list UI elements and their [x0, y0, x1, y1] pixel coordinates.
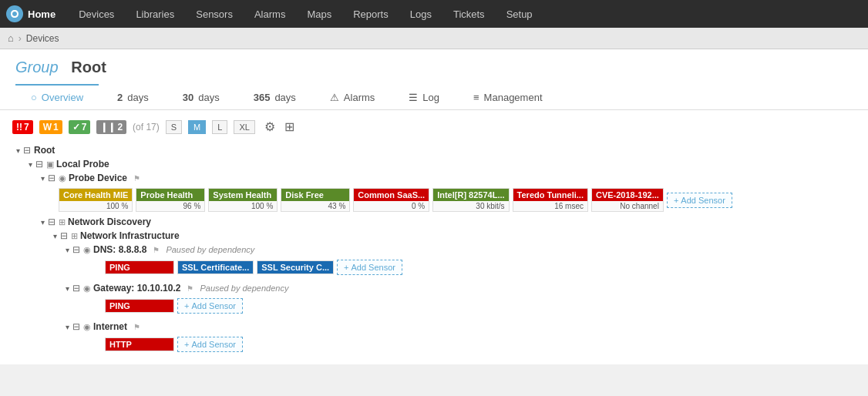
overview-icon: ○	[31, 92, 37, 103]
sensor-dns-ping[interactable]: PING	[105, 260, 174, 274]
logo[interactable]: Home	[6, 5, 56, 22]
add-sensor-gateway-button[interactable]: + Add Sensor	[177, 298, 243, 314]
probe-device-icon: ⊟	[48, 173, 56, 183]
probe-type-icon: ▣	[46, 159, 54, 169]
page-header: Group Root ○ Overview 2 days 30 days 365…	[0, 49, 868, 110]
sensor-core-health[interactable]: Core Health MIE 100 %	[59, 188, 133, 212]
internet-toggle[interactable]: ▾	[62, 323, 72, 331]
nav-alarms[interactable]: Alarms	[244, 0, 296, 28]
management-icon: ≡	[473, 92, 479, 103]
sensor-probe-health[interactable]: Probe Health 96 %	[136, 188, 205, 212]
home-breadcrumb-icon[interactable]: ⌂	[8, 32, 14, 44]
warning-badge: W 1	[39, 120, 62, 134]
gateway-toggle[interactable]: ▾	[62, 284, 72, 293]
size-s-button[interactable]: S	[166, 120, 182, 134]
logo-icon	[6, 5, 23, 22]
add-sensor-dns-button[interactable]: + Add Sensor	[337, 260, 402, 275]
grid-icon[interactable]: ⊞	[284, 119, 294, 134]
internet-sensors-row: HTTP + Add Sensor	[105, 334, 856, 355]
dns-row: ▾ ⊟ ◉ DNS: 8.8.8.8 ⚑ Paused by dependenc…	[62, 243, 856, 257]
probe-sensors-row: Core Health MIE 100 % Probe Health 96 % …	[59, 185, 856, 215]
sensor-ssl-cert[interactable]: SSL Certificate...	[177, 260, 254, 274]
probe-device-row: ▾ ⊟ ◉ Probe Device ⚑	[37, 171, 856, 185]
probe-icon: ⊟	[35, 159, 43, 169]
sensor-probe-health-value: 96 %	[136, 201, 204, 211]
gateway-label[interactable]: Gateway: 10.10.10.2	[93, 283, 180, 294]
tab-2days[interactable]: 2 days	[102, 84, 164, 109]
gateway-flag-icon: ⚑	[187, 284, 193, 293]
probe-device-label[interactable]: Probe Device	[69, 173, 127, 183]
dns-toggle[interactable]: ▾	[62, 246, 72, 254]
add-sensor-dns-plus-icon: +	[344, 263, 348, 272]
alarms-icon: ⚠	[330, 92, 339, 103]
tab-365days[interactable]: 365 days	[238, 84, 311, 109]
tab-30days[interactable]: 30 days	[167, 84, 235, 109]
nav-tickets[interactable]: Tickets	[442, 0, 496, 28]
sensor-probe-health-name: Probe Health	[136, 189, 204, 201]
tab-overview[interactable]: ○ Overview	[15, 84, 99, 109]
sensor-system-health[interactable]: System Health 100 %	[208, 188, 278, 212]
size-xl-button[interactable]: XL	[234, 120, 254, 134]
dns-sensors-row: PING SSL Certificate... SSL Security C..…	[105, 257, 856, 278]
nav-logs[interactable]: Logs	[399, 0, 442, 28]
nav-sensors[interactable]: Sensors	[185, 0, 244, 28]
gear-icon[interactable]: ⚙	[264, 119, 275, 134]
title-normal: Root	[71, 59, 106, 76]
nav-devices[interactable]: Devices	[68, 0, 125, 28]
root-icon: ⊟	[23, 145, 31, 156]
sensor-teredo[interactable]: Teredo Tunneli... 16 msec	[513, 188, 588, 212]
sensor-ssl-security[interactable]: SSL Security C...	[257, 260, 334, 274]
log-icon: ☰	[409, 92, 418, 103]
sensor-disk-free[interactable]: Disk Free 43 %	[281, 188, 350, 212]
page-title: Group Root	[15, 59, 853, 76]
breadcrumb-devices[interactable]: Devices	[26, 33, 59, 44]
sensor-common-saas-name: Common SaaS...	[354, 189, 429, 201]
tab-log[interactable]: ☰ Log	[393, 84, 455, 109]
add-sensor-plus-icon: +	[674, 196, 678, 205]
nav-maps[interactable]: Maps	[296, 0, 342, 28]
breadcrumb-separator: ›	[19, 33, 22, 44]
tab-alarms[interactable]: ⚠ Alarms	[315, 84, 390, 109]
size-m-button[interactable]: M	[188, 120, 206, 134]
network-discovery-toggle[interactable]: ▾	[37, 218, 48, 227]
add-sensor-probe-button[interactable]: + Add Sensor	[667, 193, 732, 208]
dns-label[interactable]: DNS: 8.8.8.8	[93, 244, 146, 255]
nav-reports[interactable]: Reports	[342, 0, 399, 28]
network-infra-toggle[interactable]: ▾	[49, 232, 60, 240]
tab-management[interactable]: ≡ Management	[458, 84, 557, 109]
sensor-teredo-value: 16 msec	[513, 201, 587, 211]
sensor-cve1[interactable]: CVE-2018-192... No channel	[591, 188, 664, 212]
title-italic: Group	[15, 59, 59, 76]
local-probe-toggle[interactable]: ▾	[25, 160, 35, 169]
tabs: ○ Overview 2 days 30 days 365 days ⚠ Ala…	[15, 84, 853, 109]
sensor-cve1-value: No channel	[592, 201, 663, 211]
root-toggle[interactable]: ▾	[12, 146, 23, 155]
sensor-gateway-ping[interactable]: PING	[105, 299, 174, 313]
content-area: !! 7 W 1 ✓ 7 ❙❙ 2 (of 17) S M L XL ⚙ ⊞ ▾…	[0, 110, 868, 364]
internet-label[interactable]: Internet	[93, 321, 127, 332]
gateway-row: ▾ ⊟ ◉ Gateway: 10.10.10.2 ⚑ Paused by de…	[62, 281, 856, 295]
internet-flag-icon: ⚑	[133, 323, 140, 331]
root-label[interactable]: Root	[34, 145, 55, 156]
sensor-core-health-name: Core Health MIE	[59, 189, 132, 201]
total-label: (of 17)	[133, 122, 160, 133]
sensor-system-health-name: System Health	[209, 189, 277, 201]
sensor-http[interactable]: HTTP	[105, 337, 174, 351]
network-infra-row: ▾ ⊟ ⊞ Network Infrastructure	[49, 229, 856, 243]
sensor-disk-free-name: Disk Free	[281, 189, 349, 201]
internet-icon: ⊟	[72, 321, 80, 332]
network-discovery-label[interactable]: Network Discovery	[68, 216, 151, 227]
nav-setup[interactable]: Setup	[496, 0, 543, 28]
add-sensor-internet-button[interactable]: + Add Sensor	[177, 337, 243, 352]
sensor-common-saas[interactable]: Common SaaS... 0 %	[353, 188, 429, 212]
nav-libraries[interactable]: Libraries	[125, 0, 185, 28]
network-infra-label[interactable]: Network Infrastructure	[80, 230, 180, 241]
device-tree: ▾ ⊟ Root ▾ ⊟ ▣ Local Probe ▾ ⊟ ◉ Probe D…	[12, 143, 856, 355]
sensor-common-saas-value: 0 %	[354, 201, 429, 211]
probe-device-toggle[interactable]: ▾	[37, 174, 48, 183]
network-infra-icon: ⊟	[60, 230, 68, 241]
local-probe-label[interactable]: Local Probe	[56, 159, 109, 169]
sensor-cve1-name: CVE-2018-192...	[592, 189, 663, 201]
sensor-intel[interactable]: Intel[R] 82574L... 30 kbit/s	[432, 188, 509, 212]
size-l-button[interactable]: L	[212, 120, 227, 134]
